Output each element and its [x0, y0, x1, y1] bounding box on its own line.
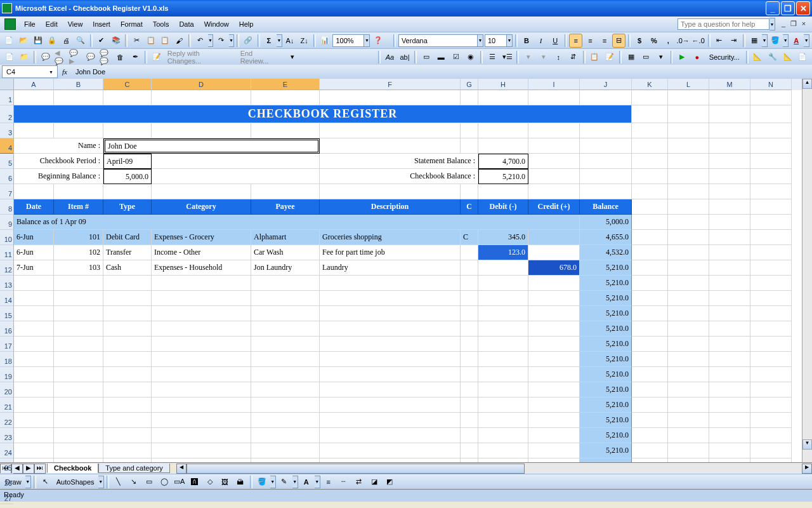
name-box[interactable]: C4▼: [2, 65, 58, 78]
run-dialog-icon[interactable]: ▭: [639, 50, 653, 64]
fill-color-draw-icon[interactable]: 🪣: [255, 475, 269, 489]
font-color-draw-dd-icon[interactable]: ▼: [315, 476, 320, 488]
scroll-up-icon[interactable]: ▲: [802, 79, 812, 89]
row-header-10[interactable]: 10: [0, 230, 13, 245]
row-header-22[interactable]: 22: [0, 413, 13, 428]
bold-icon[interactable]: B: [520, 34, 534, 48]
label-period[interactable]: Checkbook Period :: [14, 154, 103, 169]
new-icon[interactable]: 📄: [3, 34, 16, 48]
table-header-1[interactable]: Item #: [54, 199, 103, 215]
label-stmt-balance[interactable]: Statement Balance :: [320, 154, 478, 169]
align-center-icon[interactable]: ≡: [584, 34, 597, 48]
table-header-4[interactable]: Payee: [251, 199, 320, 215]
col-header-G[interactable]: G: [461, 79, 478, 90]
entry-debit[interactable]: 345.0: [478, 230, 528, 245]
col-header-D[interactable]: D: [152, 79, 251, 90]
doc-restore-button[interactable]: ❐: [789, 20, 798, 29]
row-header-28[interactable]: 28: [0, 504, 13, 508]
dash-style-icon[interactable]: ┈: [337, 475, 351, 489]
button-control-icon[interactable]: ▬: [434, 50, 448, 64]
italic-icon[interactable]: I: [534, 34, 547, 48]
label-chk-balance[interactable]: Checkbook Balance :: [320, 169, 478, 184]
menu-window[interactable]: Window: [199, 18, 234, 30]
col-header-J[interactable]: J: [580, 79, 632, 90]
menu-tools[interactable]: Tools: [148, 18, 174, 30]
fill-color-draw-dd-icon[interactable]: ▼: [270, 476, 276, 488]
row-header-9[interactable]: 9: [0, 215, 13, 230]
input-period[interactable]: April-09: [103, 154, 152, 169]
entry-category[interactable]: Expenses - Grocery: [152, 230, 251, 245]
edit-box-icon[interactable]: ab|: [398, 50, 412, 64]
row-header-11[interactable]: 11: [0, 245, 13, 260]
toolbar-options-icon[interactable]: ▾: [286, 50, 300, 64]
col-header-H[interactable]: H: [478, 79, 528, 90]
checkbox-control-icon[interactable]: ☑: [449, 50, 463, 64]
rectangle-icon[interactable]: ▭: [142, 475, 156, 489]
format-painter-icon[interactable]: 🖌: [173, 34, 187, 48]
empty-balance[interactable]: 5,210.0: [580, 458, 632, 462]
font-size-dropdown-icon[interactable]: ▼: [507, 34, 513, 47]
tab-last-icon[interactable]: ⏭: [34, 464, 46, 474]
entry-payee[interactable]: Car Wash: [251, 245, 320, 260]
reply-changes-button[interactable]: Reply with Changes...: [165, 50, 237, 65]
picture-icon[interactable]: 🏔: [233, 475, 247, 489]
ink-icon[interactable]: ✒: [129, 50, 143, 64]
decrease-decimal-icon[interactable]: ←.0: [691, 34, 705, 48]
wordart-icon[interactable]: 🅰: [188, 475, 202, 489]
cut-icon[interactable]: ✂: [130, 34, 143, 48]
col-header-L[interactable]: L: [668, 79, 709, 90]
font-color-icon[interactable]: A: [790, 34, 803, 48]
security-button[interactable]: Security...: [705, 53, 743, 61]
font-color-dropdown-icon[interactable]: ▼: [804, 34, 809, 47]
new-workbook-icon[interactable]: 📄: [3, 50, 16, 64]
entry-debit[interactable]: 123.0: [478, 245, 528, 260]
folder-icon[interactable]: 📁: [18, 50, 32, 64]
entry-c[interactable]: [461, 260, 478, 276]
permission-icon[interactable]: 🔒: [46, 34, 59, 48]
entry-balance[interactable]: 4,655.0: [580, 230, 632, 245]
toggle-grid-icon[interactable]: ▦: [624, 50, 638, 64]
entry-balance[interactable]: 5,210.0: [580, 260, 632, 276]
empty-balance[interactable]: 5,210.0: [580, 291, 632, 306]
menu-format[interactable]: Format: [115, 18, 148, 30]
col-header-B[interactable]: B: [54, 79, 103, 90]
textbox-icon[interactable]: ▭A: [173, 475, 187, 489]
menu-edit[interactable]: Edit: [41, 18, 63, 30]
row-header-19[interactable]: 19: [0, 367, 13, 382]
draw-dropdown-icon[interactable]: ▼: [25, 476, 31, 488]
row-header-26[interactable]: 26: [0, 474, 13, 489]
menu-insert[interactable]: Insert: [88, 18, 115, 30]
merge-center-icon[interactable]: ⊟: [612, 34, 625, 48]
underline-icon[interactable]: U: [549, 34, 562, 48]
spelling-icon[interactable]: ✔: [95, 34, 108, 48]
entry-date[interactable]: 6-Jun: [14, 230, 54, 245]
comma-icon[interactable]: ,: [662, 34, 675, 48]
col-header-E[interactable]: E: [251, 79, 320, 90]
row-header-18[interactable]: 18: [0, 352, 13, 367]
entry-item[interactable]: 101: [54, 230, 103, 245]
shadow-icon[interactable]: ◪: [367, 475, 381, 489]
scroll-left-icon[interactable]: ◀: [176, 464, 187, 474]
clipart-icon[interactable]: 🖼: [218, 475, 232, 489]
entry-description[interactable]: Groceries shopping: [320, 230, 461, 245]
sheet-tab-type-category[interactable]: Type and category: [98, 464, 170, 473]
initial-balance[interactable]: 5,000.0: [580, 215, 632, 230]
table-header-7[interactable]: Debit (-): [478, 199, 528, 215]
value-stmt-balance[interactable]: 4,700.0: [478, 154, 528, 169]
align-right-icon[interactable]: ≡: [598, 34, 612, 48]
undo-icon[interactable]: ↶: [193, 34, 207, 48]
zoom-box[interactable]: 100%: [332, 34, 364, 47]
redo-dropdown-icon[interactable]: ▼: [229, 34, 234, 47]
autosum-dropdown-icon[interactable]: ▼: [277, 34, 282, 47]
help-search-input[interactable]: [678, 18, 769, 30]
research-icon[interactable]: 📚: [109, 34, 122, 48]
line-icon[interactable]: ╲: [112, 475, 126, 489]
redo-icon[interactable]: ↷: [214, 34, 228, 48]
borders-icon[interactable]: ▦: [748, 34, 761, 48]
label-beg-balance[interactable]: Beginning Balance :: [14, 169, 103, 184]
record-macro-icon[interactable]: ●: [690, 50, 704, 64]
entry-date[interactable]: 6-Jun: [14, 245, 54, 260]
maximize-button[interactable]: ❐: [781, 1, 795, 15]
control-properties-icon[interactable]: 📋: [588, 50, 602, 64]
hyperlink-icon[interactable]: 🔗: [242, 34, 255, 48]
